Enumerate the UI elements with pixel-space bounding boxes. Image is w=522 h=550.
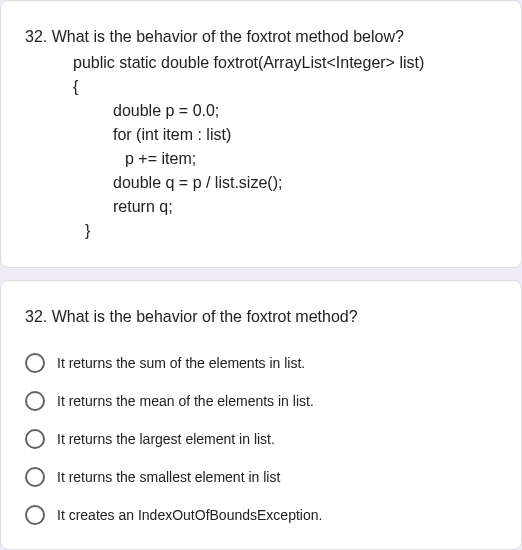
option-label: It returns the sum of the elements in li… [57, 353, 305, 373]
question-title: 32. What is the behavior of the foxtrot … [25, 305, 497, 329]
question-card-code: 32. What is the behavior of the foxtrot … [0, 0, 522, 268]
radio-option[interactable]: It returns the sum of the elements in li… [25, 353, 497, 373]
code-line: double p = 0.0; [25, 99, 497, 123]
code-line: } [25, 219, 497, 243]
radio-option[interactable]: It creates an IndexOutOfBoundsException. [25, 505, 497, 525]
option-label: It returns the mean of the elements in l… [57, 391, 314, 411]
question-card-options: 32. What is the behavior of the foxtrot … [0, 280, 522, 550]
radio-circle-icon [25, 467, 45, 487]
radio-circle-icon [25, 429, 45, 449]
code-line: for (int item : list) [25, 123, 497, 147]
radio-option[interactable]: It returns the mean of the elements in l… [25, 391, 497, 411]
code-line: p += item; [25, 147, 497, 171]
code-block: public static double foxtrot(ArrayList<I… [25, 51, 497, 243]
code-line: double q = p / list.size(); [25, 171, 497, 195]
option-label: It creates an IndexOutOfBoundsException. [57, 505, 322, 525]
code-line: return q; [25, 195, 497, 219]
radio-circle-icon [25, 391, 45, 411]
option-label: It returns the largest element in list. [57, 429, 275, 449]
code-line: public static double foxtrot(ArrayList<I… [25, 51, 497, 75]
radio-option[interactable]: It returns the largest element in list. [25, 429, 497, 449]
option-label: It returns the smallest element in list [57, 467, 280, 487]
radio-circle-icon [25, 353, 45, 373]
code-line: { [25, 75, 497, 99]
radio-circle-icon [25, 505, 45, 525]
radio-option[interactable]: It returns the smallest element in list [25, 467, 497, 487]
question-title: 32. What is the behavior of the foxtrot … [25, 25, 497, 49]
